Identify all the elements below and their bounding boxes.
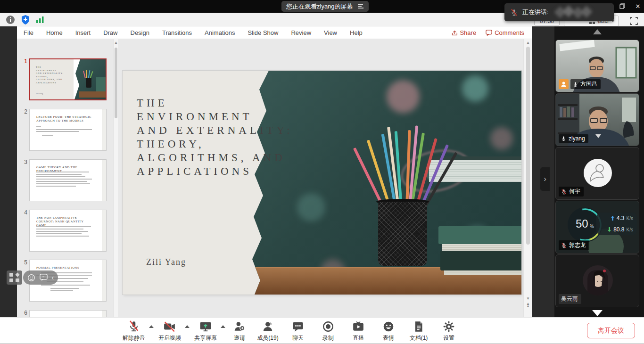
sidebar-collapse-handle[interactable]: › (540, 167, 550, 191)
participant-name-tag: 吴云雨 (559, 294, 581, 304)
docs-button[interactable]: 文档(1) (404, 320, 434, 342)
invite-icon (233, 320, 246, 333)
scroll-up-arrow[interactable]: ▲ (114, 41, 118, 45)
download-unit: K/s (627, 227, 633, 232)
record-icon (322, 320, 334, 333)
fullscreen-icon[interactable] (628, 16, 639, 26)
thumb-number-4: 4 (21, 209, 27, 216)
menu-insert[interactable]: Insert (75, 29, 91, 36)
current-slide: THE ENVIRONMENT AND EXTERNALITY: THEORY,… (123, 71, 521, 295)
thumb-number-6: 6 (21, 310, 27, 316)
slide-scroll-down-arrow[interactable]: ▼ (524, 296, 532, 301)
members-label: 成员(19) (257, 334, 278, 342)
slide-title-line-6: APPLICATIONS (137, 165, 252, 178)
slide-title-line-4: THEORY, (137, 138, 205, 150)
share-button[interactable]: Share (451, 29, 476, 36)
close-window-button[interactable]: ✕ (633, 2, 643, 10)
record-button[interactable]: 录制 (313, 320, 343, 342)
slide-thumbnail-1[interactable]: THEENVIRONMENT AND EXTERNALITY:THEORY, A… (29, 58, 107, 100)
thumbnail-scrollbar[interactable]: ▲ (113, 39, 118, 317)
share-screen-button[interactable]: 共享屏幕 (190, 320, 221, 342)
leave-meeting-button[interactable]: 离开会议 (587, 323, 635, 338)
start-video-button[interactable]: 开启视频 (155, 320, 185, 342)
emoji-button[interactable]: 表情 (373, 320, 404, 342)
video-options-arrow[interactable] (185, 325, 190, 328)
scrollbar-thumb[interactable] (115, 48, 117, 118)
upload-unit: K/s (627, 216, 633, 221)
chat-button[interactable]: 聊天 (283, 320, 313, 342)
share-options-arrow[interactable] (221, 325, 225, 328)
slide-scrollbar-thumb[interactable] (526, 47, 530, 245)
download-rate: 80.8 (613, 226, 624, 233)
share-icon (451, 30, 457, 36)
menu-review[interactable]: Review (291, 29, 311, 36)
comment-icon (486, 30, 492, 36)
network-signal-icon[interactable] (35, 15, 45, 25)
leave-meeting-label: 离开会议 (598, 327, 624, 335)
participants-scroll-up[interactable] (593, 29, 602, 34)
menu-help[interactable]: Help (350, 29, 363, 36)
slide-title-line-5: ALGORITHMS, AND (137, 152, 286, 164)
menu-slideshow[interactable]: Slide Show (248, 29, 278, 36)
participant-tile-wuyunyu[interactable]: 吴云雨 (555, 254, 639, 307)
participant-name: 郭志龙 (569, 241, 586, 249)
slide-thumbnail-2[interactable]: LECTURE FOUR: THE STRATEGIC APPROACH TO … (29, 109, 107, 151)
invite-button[interactable]: 邀请 (226, 320, 253, 342)
meeting-toolbar: 解除静音 开启视频 共享屏幕 (0, 317, 644, 343)
mic-on-icon (573, 81, 578, 88)
mic-muted-icon (128, 320, 140, 333)
restore-window-button[interactable] (618, 2, 627, 10)
settings-label: 设置 (443, 334, 454, 342)
menu-home[interactable]: Home (46, 29, 63, 36)
ppt-ribbon: File Home Insert Draw Design Transitions… (17, 26, 532, 39)
slide-author: Zili Yang (146, 257, 186, 267)
unmute-button[interactable]: 解除静音 (119, 320, 149, 342)
live-label: 直播 (353, 334, 364, 342)
shield-plus-icon[interactable] (20, 15, 31, 25)
info-icon[interactable] (5, 15, 16, 25)
reactions-grid-handle[interactable] (7, 270, 22, 285)
share-label: Share (460, 29, 476, 36)
slide-title-line-3: AND EXTERNALITY: (137, 124, 293, 137)
participant-tile-guozhilong[interactable]: 50 % 4.3 K/s 80.8 K/s 郭志龙 (555, 201, 639, 254)
menu-draw[interactable]: Draw (103, 29, 117, 36)
emoji-label: 表情 (383, 334, 394, 342)
chat-reaction-icon[interactable] (40, 274, 48, 281)
menu-file[interactable]: File (24, 29, 33, 36)
menu-design[interactable]: Design (131, 29, 149, 36)
participant-name: 方国昌 (580, 80, 597, 88)
slide-scrollbar[interactable]: ▲ ▼ ▲▲ (523, 39, 532, 317)
banner-menu-icon[interactable] (358, 4, 364, 9)
mic-muted-icon (561, 242, 567, 249)
host-badge (559, 79, 569, 89)
screen-watch-banner[interactable]: 您正在观看zlyang的屏幕 (281, 1, 369, 12)
upload-rate: 4.3 (617, 215, 625, 221)
participant-tile-fangguochang[interactable]: 方国昌 (555, 40, 639, 92)
collapse-left-icon[interactable]: ‹ (51, 274, 54, 281)
chat-icon (292, 320, 304, 333)
network-stats-panel: 4.3 K/s 80.8 K/s (596, 213, 637, 235)
next-slide-button[interactable]: ▲▲ (524, 303, 532, 307)
download-arrow-icon (607, 227, 611, 232)
emoji-reaction-icon[interactable] (27, 274, 35, 282)
members-button[interactable]: 成员(19) (253, 320, 283, 342)
slide-scroll-up-arrow[interactable]: ▲ (524, 41, 532, 45)
live-stream-button[interactable]: 直播 (343, 320, 373, 342)
comments-button[interactable]: Comments (486, 29, 524, 36)
participants-scroll-down[interactable] (592, 310, 603, 316)
record-label: 录制 (322, 334, 334, 342)
participant-tile-zlyang[interactable]: zlyang (555, 93, 639, 146)
participant-tile-heyu[interactable]: 何宇 (555, 147, 639, 200)
meeting-window: 您正在观看zlyang的屏幕 ✕ 07:50 视图 正在讲话 (0, 0, 644, 344)
menu-transitions[interactable]: Transitions (162, 29, 192, 36)
slide-thumbnail-3[interactable]: GAME THEORY AND THE ENVIRONMENT (29, 159, 107, 201)
participant-name-tag: 方国昌 (570, 79, 601, 89)
slide-thumbnail-4[interactable]: THE NON-COOPERATIVE COURNOT: NASH QUANTI… (29, 210, 107, 252)
participant-name: 何宇 (569, 188, 580, 196)
mic-muted-icon (561, 188, 567, 195)
docs-label: 文档(1) (410, 334, 428, 342)
settings-button[interactable]: 设置 (434, 320, 464, 342)
menu-animations[interactable]: Animations (205, 29, 235, 36)
menu-view[interactable]: View (324, 29, 337, 36)
mic-options-arrow[interactable] (149, 325, 154, 328)
